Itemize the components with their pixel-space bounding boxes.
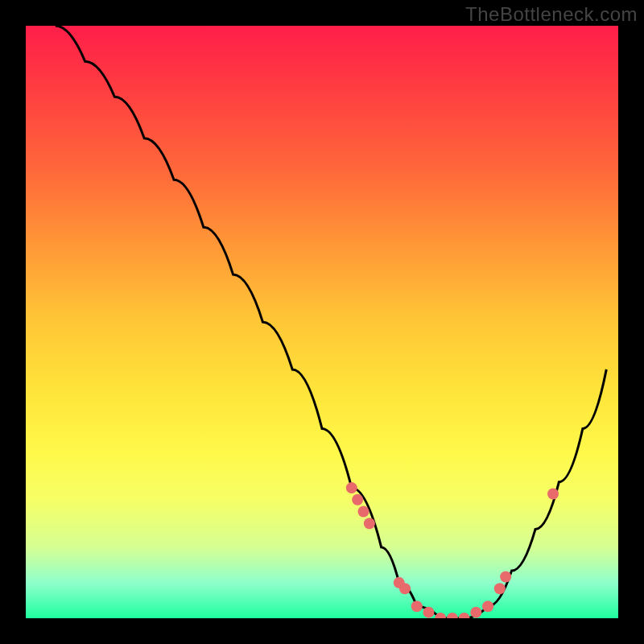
marker-dot [352, 494, 363, 506]
marker-dot [399, 583, 411, 594]
marker-dot [494, 583, 506, 594]
marker-dot [482, 601, 493, 612]
marker-dot [358, 506, 369, 518]
marker-dot [423, 607, 434, 618]
chart-frame: TheBottleneck.com [0, 0, 644, 644]
marker-dot [346, 482, 357, 493]
watermark-text: TheBottleneck.com [465, 3, 638, 26]
marker-dot [447, 613, 458, 618]
marker-dot [459, 613, 470, 618]
marker-dot [411, 601, 423, 612]
marker-dot [547, 488, 559, 499]
marker-dot [500, 571, 511, 582]
marker-dot [364, 518, 375, 529]
plot-area [26, 26, 618, 618]
bottleneck-curve [56, 26, 606, 618]
highlight-markers [346, 482, 559, 618]
chart-svg [26, 26, 618, 618]
marker-dot [470, 607, 481, 618]
